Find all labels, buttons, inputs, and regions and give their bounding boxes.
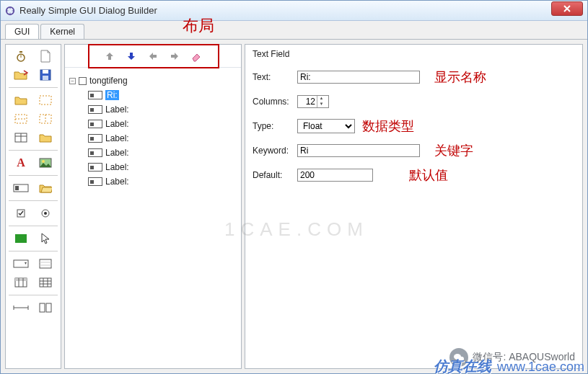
layout-toolbar — [65, 45, 241, 68]
window-title: Really Simple GUI Dialog Builder — [19, 5, 551, 16]
svg-rect-22 — [15, 234, 27, 243]
svg-rect-31 — [40, 278, 51, 287]
spin-up-icon[interactable]: ▲ — [317, 96, 325, 102]
tree-item[interactable]: Label: — [68, 102, 238, 117]
folder-alt-icon[interactable] — [38, 131, 53, 144]
text-a-icon[interactable]: A — [13, 156, 29, 169]
keyword-label: Keyword: — [253, 146, 297, 156]
tree-item-label: Label: — [105, 119, 129, 129]
save-icon[interactable] — [38, 68, 53, 81]
tab-bar: GUI Kernel — [1, 21, 587, 40]
dashed-cols-icon[interactable] — [38, 112, 53, 125]
textfield-node-icon — [88, 120, 102, 128]
svg-rect-40 — [46, 303, 51, 312]
checkbox-icon[interactable] — [79, 77, 87, 85]
dashed-select-icon[interactable] — [38, 94, 53, 107]
image-icon[interactable] — [38, 156, 53, 169]
dashed-cell-icon[interactable] — [13, 112, 29, 125]
tree-item[interactable]: Label: — [68, 160, 238, 174]
svg-point-21 — [44, 212, 47, 215]
svg-rect-28 — [15, 278, 27, 281]
svg-rect-18 — [15, 186, 19, 190]
open-folder-icon[interactable] — [13, 68, 29, 81]
textfield-node-icon — [88, 134, 102, 143]
columns-label: Columns: — [253, 97, 297, 107]
columns-input[interactable] — [298, 97, 317, 107]
columns-spinner[interactable]: ▲▼ — [297, 95, 329, 108]
tree-panel: − tongtifeng Ri: Label: Label: — [64, 44, 242, 369]
tree-item-label: Label: — [105, 133, 129, 143]
app-icon — [5, 6, 15, 16]
banner-cn: 仿真在线 — [434, 357, 491, 374]
tree-root[interactable]: − tongtifeng — [68, 74, 238, 88]
tree-item[interactable]: Label: — [68, 117, 238, 131]
folder-icon[interactable] — [13, 94, 29, 107]
annotation-data-type: 数据类型 — [362, 117, 414, 135]
checkbox-icon[interactable] — [13, 207, 29, 220]
move-right-button[interactable] — [167, 49, 182, 63]
page-icon[interactable] — [38, 50, 53, 63]
widget-tree[interactable]: − tongtifeng Ri: Label: Label: — [65, 68, 241, 368]
svg-rect-2 — [19, 51, 22, 53]
combobox-icon[interactable] — [13, 257, 29, 270]
textfield-node-icon — [88, 148, 102, 157]
textfield-node-icon — [88, 177, 102, 186]
move-up-button[interactable] — [102, 49, 117, 63]
listbox-icon[interactable] — [38, 257, 53, 270]
annotation-keyword: 关键字 — [434, 142, 473, 159]
split-icon[interactable] — [38, 301, 53, 314]
tree-item-label: Label: — [105, 162, 129, 172]
svg-rect-6 — [43, 76, 48, 80]
textfield-node-icon — [88, 105, 102, 114]
widget-palette: A — [5, 44, 61, 369]
table-icon[interactable] — [13, 131, 29, 144]
tree-item-label: Ri: — [105, 90, 119, 100]
collapse-icon[interactable]: − — [69, 78, 76, 84]
type-label: Type: — [253, 121, 297, 131]
tab-gui[interactable]: GUI — [5, 24, 39, 39]
spin-down-icon[interactable]: ▼ — [317, 102, 325, 107]
svg-rect-7 — [40, 96, 51, 104]
default-label: Default: — [253, 170, 297, 180]
folder-open-icon[interactable] — [38, 182, 53, 195]
text-input[interactable] — [297, 71, 420, 84]
tree-item[interactable]: Label: — [68, 174, 238, 189]
tree-item-label: Label: — [105, 148, 129, 158]
cursor-icon[interactable] — [38, 232, 53, 245]
titlebar: Really Simple GUI Dialog Builder — [1, 1, 587, 21]
svg-rect-39 — [40, 303, 45, 312]
close-button[interactable] — [551, 1, 583, 16]
tab-kernel[interactable]: Kernel — [40, 24, 84, 39]
move-down-button[interactable] — [124, 49, 139, 63]
tree-item-label: Label: — [105, 104, 129, 115]
svg-rect-5 — [43, 70, 48, 74]
separator-icon[interactable] — [13, 301, 29, 314]
bottom-banner: 仿真在线 www.1cae.com — [434, 357, 584, 374]
textfield-icon[interactable] — [13, 182, 29, 195]
properties-panel: Text Field Text: 显示名称 Columns: ▲▼ Type: … — [245, 44, 583, 369]
keyword-input[interactable] — [297, 144, 420, 157]
annotation-display-name: 显示名称 — [434, 68, 486, 86]
banner-url: www.1cae.com — [497, 360, 584, 374]
annotation-default: 默认值 — [409, 166, 448, 184]
watermark: 1CAE.COM — [224, 218, 369, 241]
move-left-button[interactable] — [146, 49, 160, 63]
tree-item[interactable]: Label: — [68, 131, 238, 146]
svg-rect-24 — [40, 259, 51, 268]
color-swatch-icon[interactable] — [13, 232, 29, 245]
default-input[interactable] — [297, 169, 373, 182]
radio-icon[interactable] — [38, 207, 53, 220]
grid-head-icon[interactable] — [13, 276, 29, 289]
tree-item[interactable]: Ri: — [68, 88, 238, 102]
textfield-node-icon — [88, 91, 102, 99]
stopwatch-icon[interactable] — [13, 50, 29, 63]
grid-icon[interactable] — [38, 276, 53, 289]
tree-root-label: tongtifeng — [89, 76, 128, 86]
tree-item-label: Label: — [105, 177, 129, 187]
section-title: Text Field — [253, 49, 575, 59]
tree-item[interactable]: Label: — [68, 146, 238, 160]
eraser-button[interactable] — [189, 49, 203, 63]
textfield-node-icon — [88, 163, 102, 172]
type-select[interactable]: Float — [297, 119, 355, 133]
text-label: Text: — [253, 72, 297, 82]
